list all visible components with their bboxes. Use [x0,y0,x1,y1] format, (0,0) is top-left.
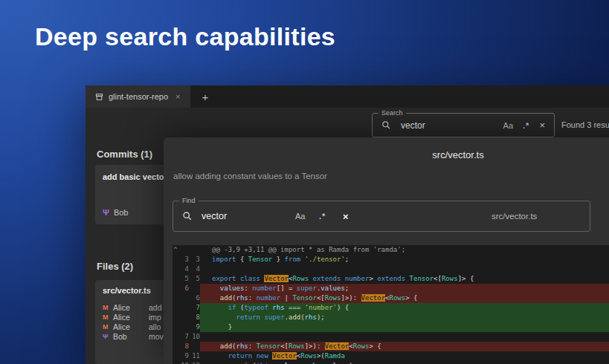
regex-icon[interactable]: .* [523,121,529,130]
global-search-box[interactable]: Search vector Aa .* × [372,113,555,137]
old-line-number [178,245,189,255]
file-card-title: src/vector.ts [103,286,151,295]
commit-title: add basic vector [103,172,167,181]
new-line-number: 3 [189,255,200,264]
fold-chevron-icon[interactable]: ^ [173,245,178,255]
diff-row: 1012 .zip(this.values, rhs.values) [173,361,609,364]
search-match-highlight: Vector [325,342,349,350]
commit-message: add [149,303,162,312]
repo-icon [95,93,103,101]
new-tab-button[interactable]: + [190,85,221,108]
match-case-icon[interactable]: Aa [503,121,513,130]
tab-close-icon[interactable]: × [175,92,180,101]
diff-row: 8 add(rhs: Tensor<[Rows]>): Vector<Rows>… [173,342,609,351]
fold-spacer [173,313,178,322]
tab-glint-tensor-repo[interactable]: glint-tensor-repo × [86,85,190,108]
commits-heading: Commits (1) [97,149,152,160]
page-title: Deep search capabilities [35,22,335,51]
diff-gutter: 55 [173,274,200,284]
clear-search-icon[interactable]: × [539,120,545,131]
find-legend: Find [179,196,199,205]
old-line-number [178,293,189,303]
diff-gutter: ^ [173,245,200,255]
diff-row: 9 } [173,322,609,332]
old-line-number [178,322,189,332]
diff-row: 33import { Tensor } from './tensor'; [173,255,609,264]
diff-code-line: return new Vector<Rows>(Ramda [200,351,609,361]
diff-gutter: 710 [173,332,200,342]
find-search-icon [182,211,193,221]
overlay-title: src/vector.ts [164,149,609,160]
diff-gutter: 44 [173,264,200,274]
diff-code-line: return super.add(rhs); [200,313,609,322]
find-regex-icon[interactable]: .* [319,212,326,221]
overlay-subtitle: allow adding constant values to a Tensor [173,172,327,181]
diff-code-line [200,264,609,274]
new-line-number: 6 [189,293,200,303]
search-input[interactable]: vector [401,120,494,131]
diff-code-line: export class Vector<Rows extends number>… [200,274,609,284]
commit-author-icon: Ψ [103,208,109,217]
diff-gutter: 8 [173,342,200,351]
files-heading: Files (2) [97,261,133,272]
fold-spacer [173,264,178,274]
diff-row: 8 return super.add(rhs); [173,313,609,322]
diff-gutter: 6 [173,284,200,293]
author-avatar-icon: M [103,304,113,311]
old-line-number: 6 [178,284,189,293]
commit-author: Ψ Bob [103,208,128,217]
old-line-number: 4 [178,264,189,274]
new-line-number [189,245,200,255]
find-input[interactable]: vector [202,211,227,221]
diff-code-line: values: number[] = super.values; [200,284,609,293]
search-icon [381,120,391,130]
new-line-number: 8 [189,313,200,322]
find-clear-icon[interactable]: × [343,211,349,222]
search-row: vector Aa .* × [373,114,554,137]
find-box[interactable]: Find vector Aa .* × src/vector.ts [173,201,590,232]
fold-spacer [173,255,178,264]
new-line-number: 10 [189,332,200,342]
search-match-highlight: Vector [264,275,289,282]
old-line-number: 10 [178,361,189,364]
diff-row: 7 if (typeof rhs === 'number') { [173,303,609,313]
diff-row: 6 values: number[] = super.values; [173,284,609,293]
new-line-number: 5 [189,274,200,284]
author-name: Alice [113,322,149,331]
diff-code-line: import { Tensor } from './tensor'; [200,255,609,264]
search-results-count: Found 3 results [561,120,609,129]
fold-spacer [173,332,178,342]
diff-gutter: 1012 [173,361,200,364]
diff-row: 44 [173,264,609,274]
tab-label: glint-tensor-repo [109,92,168,101]
diff-gutter: 33 [173,255,200,264]
old-line-number: 9 [178,351,189,361]
diff-row: 911 return new Vector<Rows>(Ramda [173,351,609,361]
old-line-number: 8 [178,342,189,351]
fold-spacer [173,284,178,293]
find-current-file: src/vector.ts [492,212,537,221]
diff-gutter: 911 [173,351,200,361]
commit-message: allo [149,322,161,331]
fold-spacer [173,342,178,351]
diff-code-line: @@ -3,9 +3,11 @@ import * as Ramda from … [200,245,609,255]
author-avatar-icon: M [103,323,113,331]
file-detail-panel: src/vector.ts allow adding constant valu… [164,137,609,364]
diff-gutter: 9 [173,322,200,332]
commit-message: mov [149,332,164,341]
find-match-case-icon[interactable]: Aa [295,212,305,221]
diff-rows: ^@@ -3,9 +3,11 @@ import * as Ramda from… [173,245,609,364]
diff-view: ^@@ -3,9 +3,11 @@ import * as Ramda from… [173,245,609,364]
fold-spacer [173,293,178,303]
search-match-highlight: Vector [361,294,386,302]
old-line-number: 7 [178,332,189,342]
diff-gutter: 8 [173,313,200,322]
diff-code-line: add(rhs: number | Tensor<[Rows]>): Vecto… [200,293,609,303]
fold-spacer [173,322,178,332]
author-name: Alice [113,313,149,322]
diff-code-line: } [200,322,609,332]
commit-message: imp [149,313,161,322]
old-line-number: 5 [178,274,189,284]
new-line-number: 11 [189,351,200,361]
commit-author-name: Bob [114,208,129,217]
